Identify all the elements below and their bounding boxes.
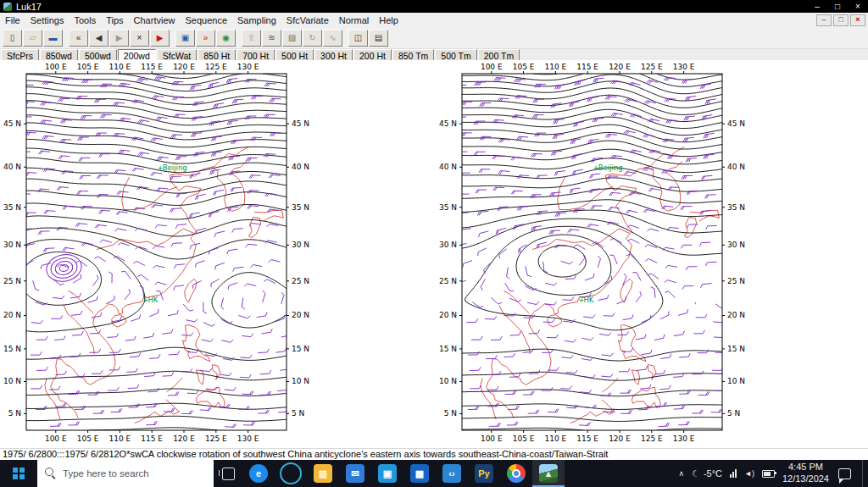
svg-text:40 N: 40 N [439, 163, 457, 171]
svg-text:45 N: 45 N [292, 119, 309, 128]
taskbar-clock[interactable]: 4:45 PM 12/13/2024 [782, 462, 829, 485]
toolbar-new-button[interactable]: ▯ [3, 30, 22, 47]
toolbar-go-prev-button[interactable]: ◀ [89, 30, 108, 47]
menu-sampling[interactable]: Sampling [232, 14, 281, 26]
toolbar-globe-button[interactable]: ◉ [216, 30, 236, 47]
menu-tools[interactable]: Tools [69, 14, 101, 26]
svg-text:115 E: 115 E [576, 64, 598, 71]
toolbar-play-button[interactable]: ▶ [150, 30, 170, 47]
task-view-button[interactable] [214, 460, 242, 487]
menu-normal[interactable]: Normal [334, 14, 374, 26]
svg-text:15 N: 15 N [439, 345, 457, 353]
weather-widget[interactable]: ☾ -5°C [692, 468, 722, 479]
svg-text:35 N: 35 N [439, 203, 457, 212]
svg-text:120 E: 120 E [173, 64, 195, 71]
weather-map-right[interactable]: +Beijing+HK100 E100 E105 E105 E110 E110 … [437, 64, 753, 446]
svg-text:35 N: 35 N [3, 203, 21, 212]
menu-help[interactable]: Help [374, 14, 403, 26]
svg-text:110 E: 110 E [545, 64, 567, 71]
window-title: Luk17 [16, 2, 42, 12]
minimize-button[interactable]: – [807, 0, 827, 13]
menu-settings[interactable]: Settings [25, 14, 70, 26]
temperature-label: -5°C [704, 468, 722, 479]
menu-tips[interactable]: Tips [101, 14, 128, 26]
mdi-restore-button[interactable]: □ [833, 14, 849, 26]
toolbar-frame-step-button[interactable]: ▣ [175, 30, 195, 47]
svg-text:100 E: 100 E [45, 434, 67, 443]
svg-text:30 N: 30 N [292, 241, 309, 249]
menu-sequence[interactable]: Sequence [180, 14, 232, 26]
svg-text:10 N: 10 N [727, 377, 745, 385]
svg-text:15 N: 15 N [3, 345, 21, 353]
taskbar-search[interactable] [37, 460, 214, 487]
svg-text:120 E: 120 E [609, 434, 631, 443]
weather-map-left[interactable]: +Beijing+HK100 E100 E105 E105 E110 E110 … [2, 64, 317, 446]
toolbar-rotate-button[interactable]: ↻ [303, 30, 322, 47]
menu-sfcvariate[interactable]: SfcVariate [281, 14, 334, 26]
menubar: FileSettingsToolsTipsChartviewSequenceSa… [0, 13, 868, 27]
taskbar-app-edge[interactable]: e [242, 460, 275, 487]
luk17-icon: ▲ [539, 464, 558, 483]
taskbar-app-chrome[interactable] [500, 460, 532, 487]
menu-file[interactable]: File [0, 14, 25, 26]
svg-text:100 E: 100 E [481, 434, 503, 443]
toolbar-export-button[interactable]: ▤ [369, 30, 388, 47]
svg-text:10 N: 10 N [3, 377, 21, 385]
taskbar: e▥✉▣▦‹›Py▲ ∧ ☾ -5°C ◄) 4:45 PM 12/13/202… [0, 460, 868, 487]
toolbar-pointer-up-button[interactable]: ⇧ [242, 30, 261, 47]
taskbar-app-file-explorer[interactable]: ▥ [307, 460, 339, 487]
toolbar-play-fast-button[interactable]: » [196, 30, 215, 47]
toolbar-hatch-fill-button[interactable]: ▨ [282, 30, 302, 47]
svg-text:130 E: 130 E [673, 434, 695, 443]
svg-text:125 E: 125 E [205, 64, 227, 71]
toolbar-go-next-button[interactable]: ▶ [109, 30, 129, 47]
svg-text:110 E: 110 E [109, 434, 131, 443]
battery-icon[interactable] [762, 470, 775, 478]
hidden-icons-chevron[interactable]: ∧ [678, 469, 684, 478]
taskbar-app-cortana[interactable] [275, 460, 307, 487]
svg-text:125 E: 125 E [641, 64, 663, 71]
svg-text:30 N: 30 N [439, 241, 457, 249]
svg-text:110 E: 110 E [545, 434, 567, 443]
search-input[interactable] [37, 459, 214, 487]
svg-text:40 N: 40 N [3, 163, 21, 171]
volume-icon[interactable]: ◄) [744, 469, 754, 478]
svg-text:105 E: 105 E [513, 434, 535, 443]
network-icon[interactable] [730, 469, 737, 478]
taskbar-app-vscode[interactable]: ‹› [436, 460, 468, 487]
app-icon [3, 3, 12, 11]
tray-time: 4:45 PM [782, 462, 829, 473]
search-icon [45, 468, 53, 476]
toolbar-isolines-button[interactable]: ≋ [262, 30, 281, 47]
svg-text:25 N: 25 N [3, 277, 21, 285]
action-center-icon[interactable] [838, 468, 851, 479]
edge-icon: e [249, 464, 268, 483]
close-button[interactable]: × [848, 0, 868, 13]
mdi-minimize-button[interactable]: – [816, 14, 832, 26]
show-desktop-button[interactable] [862, 460, 866, 487]
maximize-button[interactable]: □ [827, 0, 848, 13]
svg-text:45 N: 45 N [3, 119, 21, 128]
toolbar-save-button[interactable]: ▬ [43, 30, 63, 47]
toolbar-stop-button[interactable]: × [130, 30, 149, 47]
svg-text:130 E: 130 E [673, 64, 695, 71]
toolbar-wave-button[interactable]: ∿ [323, 30, 342, 47]
menu-chartview[interactable]: Chartview [129, 14, 181, 26]
svg-text:15 N: 15 N [727, 345, 745, 353]
taskbar-app-python-ide[interactable]: Py [468, 460, 500, 487]
toolbar-go-first-button[interactable]: « [69, 30, 88, 47]
toolbar-open-button[interactable]: ▱ [23, 30, 42, 47]
taskbar-app-store[interactable]: ▣ [371, 460, 403, 487]
toolbar-layout-button[interactable]: ◫ [348, 30, 368, 47]
svg-text:HK: HK [147, 296, 158, 304]
taskbar-app-luk17[interactable]: ▲ [532, 460, 565, 487]
svg-text:120 E: 120 E [609, 64, 631, 71]
mail-icon: ✉ [346, 464, 364, 483]
mdi-close-button[interactable]: × [850, 14, 865, 26]
taskbar-app-photos[interactable]: ▦ [403, 460, 436, 487]
taskbar-app-mail[interactable]: ✉ [339, 460, 371, 487]
svg-text:5 N: 5 N [727, 409, 740, 418]
svg-text:115 E: 115 E [576, 434, 598, 443]
svg-text:125 E: 125 E [641, 434, 663, 443]
start-button[interactable] [0, 460, 37, 487]
